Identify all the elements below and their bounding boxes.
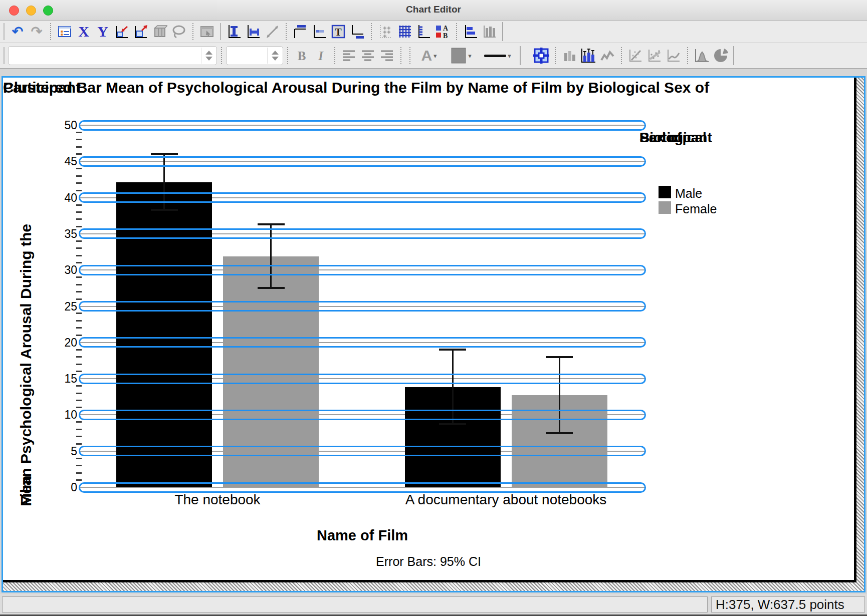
font-family-stepper[interactable]: [201, 48, 216, 64]
toolbar-drag-handle[interactable]: [220, 23, 221, 40]
gridline-selection-pill[interactable]: [79, 192, 646, 203]
y-minor-tick: [76, 132, 82, 133]
y-minor-tick: [76, 168, 82, 169]
y-minor-tick: [76, 479, 82, 481]
legend-swatch-female[interactable]: [659, 201, 671, 214]
histogram-button[interactable]: [692, 46, 711, 65]
y-tick-label[interactable]: 30: [42, 263, 77, 277]
text-color-dropdown-icon[interactable]: ▾: [434, 52, 437, 60]
annotation-insert-button[interactable]: [310, 22, 329, 41]
separator: [400, 47, 401, 64]
transpose-chart-icon: [463, 24, 478, 39]
y-tick-label[interactable]: 10: [42, 408, 77, 422]
align-left-button[interactable]: [339, 46, 358, 65]
point-id-button[interactable]: [376, 22, 395, 41]
gridline-selection-pill[interactable]: [79, 156, 646, 167]
bar-options-button[interactable]: [480, 22, 499, 41]
y-interval-button[interactable]: [225, 22, 244, 41]
align-center-icon: [361, 50, 375, 62]
x-axis-title[interactable]: Name of Film: [262, 527, 463, 544]
align-right-button[interactable]: [377, 46, 396, 65]
fill-color-dropdown-icon[interactable]: ▾: [468, 52, 472, 60]
chart-footnote[interactable]: Error Bars: 95% CI: [328, 554, 529, 569]
y-minor-tick: [76, 443, 82, 445]
spline-button[interactable]: [664, 46, 683, 65]
gridline-selection-pill[interactable]: [79, 120, 646, 131]
legend-swatch-male[interactable]: [659, 186, 671, 198]
gridline-selection-pill[interactable]: [79, 337, 646, 348]
reference-line-button[interactable]: [263, 22, 282, 41]
gridline-selection-pill[interactable]: [79, 301, 646, 312]
y-tick-label[interactable]: 35: [42, 227, 77, 241]
svg-text:A: A: [443, 25, 449, 32]
transpose-chart-button[interactable]: [461, 22, 480, 41]
y-tick-label[interactable]: 5: [42, 445, 77, 458]
line-style-dropdown-icon[interactable]: ▾: [508, 52, 511, 60]
bold-button[interactable]: B: [292, 46, 311, 65]
y-axis-label-button[interactable]: Y: [93, 22, 112, 41]
y-tick-label[interactable]: 15: [42, 372, 77, 386]
italic-button[interactable]: I: [311, 46, 330, 65]
text-box-insert-button[interactable]: T: [329, 22, 348, 41]
gridline-selection-pill[interactable]: [79, 265, 646, 275]
gridline-selection-pill[interactable]: [79, 410, 646, 420]
y-tick-label[interactable]: 50: [42, 119, 77, 132]
x-category-label[interactable]: A documentary about notebooks: [405, 492, 607, 508]
gridline-selection-pill[interactable]: [79, 482, 646, 493]
y-axis-interval-icon: [227, 24, 242, 39]
axis-ticks-button[interactable]: [414, 22, 433, 41]
y-tick-label[interactable]: 0: [42, 481, 77, 494]
scatter-fit-button[interactable]: [626, 46, 645, 65]
grid-lines-button[interactable]: [395, 22, 414, 41]
gridline-selection-pill[interactable]: [79, 374, 646, 384]
error-bar-line: [559, 357, 560, 433]
footnote-insert-button[interactable]: [348, 22, 367, 41]
line-style-button[interactable]: ▾: [479, 46, 517, 65]
go-to-case-button[interactable]: [197, 22, 216, 41]
y-tick-label[interactable]: 45: [42, 155, 77, 168]
y-tick-label[interactable]: 20: [42, 336, 77, 350]
lasso-select-button[interactable]: [169, 22, 188, 41]
y-tick-label[interactable]: 40: [42, 191, 77, 205]
redo-button[interactable]: ↷: [27, 22, 46, 41]
gridline-selection-pill[interactable]: [79, 228, 646, 239]
error-bar-cap-top: [546, 356, 573, 358]
toolbar-drag-handle[interactable]: [4, 47, 5, 64]
undo-button[interactable]: ↶: [8, 22, 27, 41]
toolbar-drag-handle[interactable]: [4, 23, 5, 40]
font-size-stepper[interactable]: [267, 48, 283, 64]
y-tick-label[interactable]: 25: [42, 300, 77, 314]
legend-label-female[interactable]: Female: [675, 202, 717, 216]
bar-error-chart-button[interactable]: [579, 46, 598, 65]
text-color-button[interactable]: A ▾: [414, 46, 444, 65]
properties-button[interactable]: [55, 22, 74, 41]
y-minor-tick: [76, 327, 82, 329]
fill-color-button[interactable]: ▾: [444, 46, 479, 65]
data-cube-button[interactable]: [150, 22, 169, 41]
legend-toggle-button[interactable]: A B: [433, 22, 452, 41]
undo-icon: ↶: [12, 25, 24, 39]
scale-larger-button[interactable]: [131, 22, 150, 41]
x-axis-label-button[interactable]: X: [74, 22, 93, 41]
status-size-panel: H:375, W:637.5 points: [711, 596, 865, 612]
align-center-button[interactable]: [358, 46, 377, 65]
legend-label-male[interactable]: Male: [675, 186, 702, 201]
y-minor-tick: [76, 407, 82, 408]
fill-color-icon: [451, 47, 467, 64]
bar-error-chart-icon: [580, 48, 596, 64]
x-category-label[interactable]: The notebook: [174, 492, 260, 508]
scatter-button[interactable]: [645, 46, 664, 65]
separator: [192, 23, 193, 40]
pie-chart-button[interactable]: [711, 46, 730, 65]
bar-chart-button[interactable]: [560, 46, 579, 65]
x-interval-button[interactable]: [244, 22, 263, 41]
line-chart-button[interactable]: [598, 46, 617, 65]
scale-smaller-button[interactable]: [112, 22, 131, 41]
gridline-selection-pill[interactable]: [79, 446, 646, 456]
show-grid-button[interactable]: [532, 46, 551, 65]
chart-page[interactable]: Clustered Bar Mean of Psychological Arou…: [3, 78, 856, 582]
redo-icon: ↷: [31, 25, 43, 39]
title-insert-button[interactable]: [291, 22, 310, 41]
font-family-combo[interactable]: [8, 46, 217, 65]
font-size-combo[interactable]: [226, 46, 283, 65]
